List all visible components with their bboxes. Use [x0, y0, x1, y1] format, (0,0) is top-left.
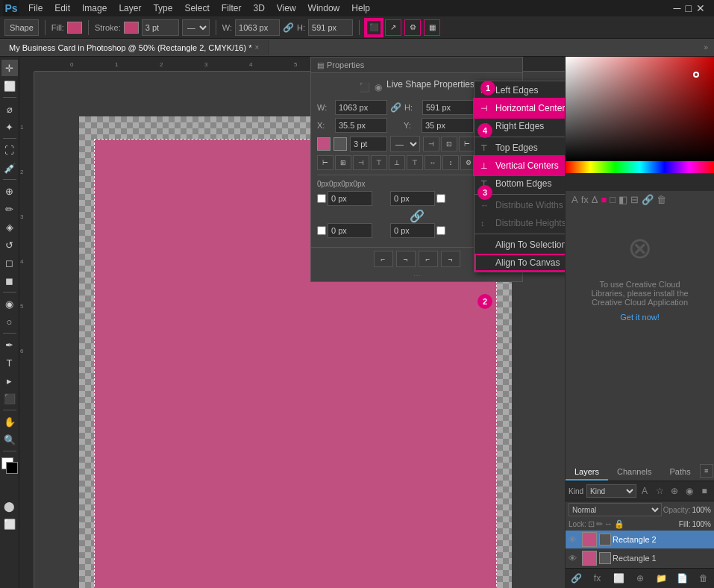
- stroke-size-input[interactable]: [142, 19, 179, 36]
- delete-icon[interactable]: 🗑: [657, 194, 666, 205]
- align-center-icon-btn[interactable]: ⊡: [441, 137, 457, 151]
- menu-select[interactable]: Select: [178, 1, 215, 15]
- crop-tool[interactable]: ⛶: [1, 142, 18, 158]
- layer-item-rectangle2[interactable]: 👁 Rectangle 2: [566, 531, 714, 548]
- fill-swatch[interactable]: [317, 137, 331, 151]
- fill-color-swatch[interactable]: [67, 22, 82, 34]
- pad-input-4[interactable]: [390, 223, 435, 238]
- menu-layer[interactable]: Layer: [113, 1, 147, 15]
- maximize-btn[interactable]: □: [686, 2, 692, 14]
- minimize-btn[interactable]: ─: [674, 2, 681, 14]
- corner-btn-4[interactable]: ¬: [441, 251, 460, 267]
- delete-layer-btn[interactable]: 🗑: [696, 572, 711, 585]
- close-btn[interactable]: ✕: [696, 2, 705, 14]
- menu-3d[interactable]: 3D: [247, 1, 270, 15]
- color-square-icon[interactable]: ■: [601, 194, 607, 205]
- text-icon[interactable]: A: [571, 194, 578, 205]
- eye-icon-rect2[interactable]: 👁: [569, 535, 580, 544]
- menu-window[interactable]: Window: [302, 1, 346, 15]
- eye-icon-rect1[interactable]: 👁: [569, 554, 580, 563]
- add-group-btn[interactable]: 📁: [654, 572, 668, 585]
- align-left-edges-btn[interactable]: ⊢: [317, 155, 333, 170]
- list-view-btn[interactable]: ≡: [700, 464, 713, 478]
- pad-check-4[interactable]: [436, 226, 445, 235]
- corner-btn-2[interactable]: ¬: [396, 251, 416, 267]
- marquee-tool[interactable]: ⬜: [1, 78, 18, 94]
- gradient-tool[interactable]: ◼: [1, 272, 18, 289]
- menu-type[interactable]: Type: [147, 1, 178, 15]
- align-to-selection-item[interactable]: Align To Selection: [475, 236, 565, 254]
- menu-edit[interactable]: Edit: [48, 1, 76, 15]
- hand-tool[interactable]: ✋: [1, 413, 18, 430]
- eraser-tool[interactable]: ◻: [1, 254, 18, 271]
- stroke-line-select[interactable]: —: [390, 136, 420, 152]
- pen-tool[interactable]: ✒: [1, 337, 18, 353]
- align-left-icon-btn[interactable]: ⊣: [423, 137, 439, 151]
- brush-tool[interactable]: ✏: [1, 201, 18, 217]
- lock-position-icon[interactable]: ✏: [596, 519, 603, 529]
- blur-tool[interactable]: ◉: [1, 295, 18, 312]
- color-gradient[interactable]: [566, 57, 714, 161]
- menu-image[interactable]: Image: [76, 1, 113, 15]
- move-tool[interactable]: ✛: [1, 60, 18, 76]
- magic-wand-tool[interactable]: ✦: [1, 119, 18, 135]
- adjust-icon[interactable]: Δ: [592, 194, 598, 205]
- pad-input-2[interactable]: [390, 191, 435, 206]
- blend-mode-select[interactable]: Normal: [569, 503, 662, 516]
- tab-layers[interactable]: Layers: [566, 464, 608, 481]
- lock-pixels-icon[interactable]: ⊡: [588, 519, 595, 529]
- stroke-size-prop-input[interactable]: [350, 137, 387, 151]
- pad-input-1[interactable]: [328, 191, 372, 206]
- filter-color-icon[interactable]: ■: [698, 484, 711, 498]
- x-input[interactable]: [335, 118, 387, 133]
- pad-check-1[interactable]: [317, 194, 326, 203]
- align-v-center-btn[interactable]: ⊥: [389, 155, 405, 170]
- align-vertical-centers-item[interactable]: ⊥ Vertical Centers: [475, 157, 565, 175]
- align-right-icon-btn[interactable]: ⊢: [459, 137, 475, 151]
- dodge-tool[interactable]: ○: [1, 313, 18, 330]
- tab-channels[interactable]: Channels: [608, 464, 660, 481]
- settings-btn[interactable]: ⚙: [404, 19, 421, 36]
- shape-tool[interactable]: ⬛: [1, 390, 18, 407]
- text-tool[interactable]: T: [1, 354, 18, 371]
- eyedropper-tool[interactable]: 💉: [1, 160, 18, 176]
- tab-paths[interactable]: Paths: [661, 464, 700, 481]
- width-input[interactable]: [235, 19, 280, 36]
- history-brush-tool[interactable]: ↺: [1, 237, 18, 253]
- zoom-tool[interactable]: 🔍: [1, 431, 18, 448]
- lock-artboard-icon[interactable]: ↔: [604, 519, 613, 529]
- align-h-center-btn[interactable]: ⊞: [335, 155, 351, 170]
- add-fill-btn[interactable]: ⊕: [633, 572, 648, 585]
- filter-adj-icon[interactable]: ⊕: [668, 484, 681, 498]
- align-to-canvas-item[interactable]: Align To Canvas: [475, 254, 565, 272]
- color-swatches[interactable]: [1, 457, 18, 474]
- shape-mode-btn[interactable]: Shape: [4, 19, 39, 36]
- corner-btn-1[interactable]: ⌐: [374, 251, 393, 267]
- gradient-icon[interactable]: ◧: [619, 194, 627, 205]
- align-top-edges-item[interactable]: ⊤ Top Edges: [475, 139, 565, 157]
- fx-icon[interactable]: fx: [581, 194, 589, 205]
- menu-view[interactable]: View: [271, 1, 302, 15]
- pad-check-3[interactable]: [317, 226, 326, 235]
- filter-smart-icon[interactable]: ◉: [683, 484, 696, 498]
- background-color[interactable]: [6, 462, 18, 474]
- pattern-icon[interactable]: ⊟: [630, 194, 639, 205]
- add-style-btn[interactable]: fx: [590, 572, 605, 585]
- healing-tool[interactable]: ⊕: [1, 183, 18, 199]
- lock-all-icon[interactable]: 🔒: [614, 519, 624, 529]
- corner-btn-3[interactable]: ⌐: [419, 251, 438, 267]
- filter-fx-icon[interactable]: ☆: [653, 484, 666, 498]
- h-input[interactable]: [422, 100, 475, 115]
- y-input[interactable]: [422, 118, 474, 133]
- w-input[interactable]: [335, 100, 387, 115]
- hue-slider[interactable]: [566, 161, 714, 173]
- quick-mask-btn[interactable]: ⬤: [1, 498, 18, 514]
- distribute-heights-item[interactable]: ↕ Distribute Heights: [475, 214, 565, 232]
- link-wh-icon[interactable]: 🔗: [390, 102, 401, 113]
- arrange-btn[interactable]: ↗: [385, 19, 401, 36]
- align-horizontal-centers-item[interactable]: ⊣ Horizontal Centers: [475, 99, 565, 117]
- pad-input-3[interactable]: [328, 223, 372, 238]
- path-selection-tool[interactable]: ▸: [1, 372, 18, 389]
- tab-close-btn[interactable]: ×: [254, 43, 259, 51]
- menu-filter[interactable]: Filter: [216, 1, 248, 15]
